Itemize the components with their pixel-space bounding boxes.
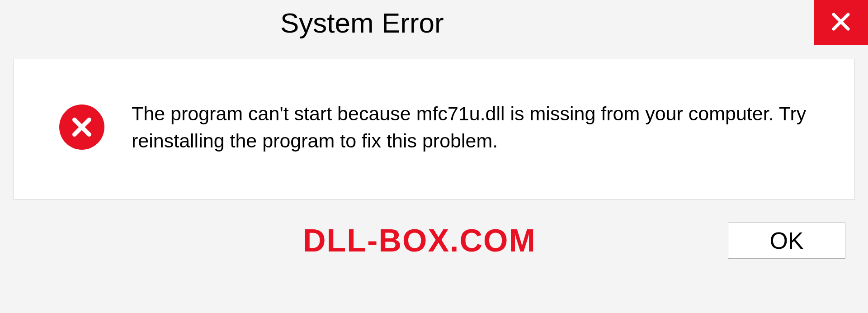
dialog-content: The program can't start because mfc71u.d… bbox=[14, 59, 854, 200]
close-icon bbox=[830, 11, 852, 34]
error-message: The program can't start because mfc71u.d… bbox=[132, 100, 827, 154]
error-icon bbox=[59, 104, 104, 150]
dialog-footer: DLL-BOX.COM OK bbox=[14, 223, 854, 259]
close-button[interactable] bbox=[814, 0, 868, 45]
ok-button[interactable]: OK bbox=[728, 223, 845, 259]
titlebar: System Error bbox=[0, 0, 868, 45]
watermark-text: DLL-BOX.COM bbox=[303, 223, 536, 259]
dialog-title: System Error bbox=[280, 7, 444, 39]
